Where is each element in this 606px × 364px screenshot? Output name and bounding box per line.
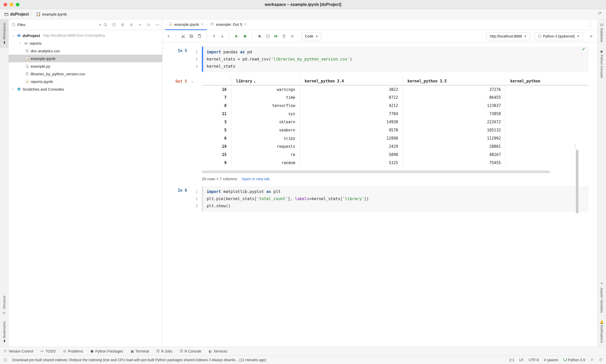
table-row[interactable]: 15re589848267 [202,151,589,159]
delete-cell-icon[interactable] [281,33,288,40]
settings-icon[interactable] [146,22,151,27]
table-row[interactable]: 11sys778473858 [202,110,589,118]
code-editor[interactable]: import pandas as pd kernel_stats = pd.re… [202,46,589,72]
collapse-output-icon[interactable]: ⌄ [191,77,198,181]
new-file-icon[interactable] [103,22,108,27]
table-row[interactable]: 16warnings382237276 [202,85,589,93]
paste-icon[interactable] [196,33,203,40]
cell-kp35: 86455 [403,93,506,102]
column-header-kp[interactable]: kernel_python [506,77,589,85]
dataframe-menu-icon[interactable]: ⋮ [573,143,577,148]
table-row[interactable]: 9random532575455 [202,159,589,167]
chevron-right-icon: › [12,87,15,91]
edit-in-new-window-icon[interactable] [597,11,602,17]
rail-database[interactable]: ⛁ Database [598,19,606,46]
interrupt-kernel-icon[interactable] [256,33,263,40]
tab-example-out5[interactable]: example: Out 5 × [207,19,250,30]
breadcrumb-project[interactable]: dsProject [10,12,29,17]
table-row[interactable]: 3sklearn14938222672 [202,118,589,126]
locate-icon[interactable] [120,22,125,27]
tree-file-example-py[interactable]: example.py [9,62,162,70]
jupyter-server-selector[interactable]: http://localhost:8888 ▼ [486,32,530,40]
table-row[interactable]: 6scipy12898112992 [202,134,589,142]
tree-folder-reports[interactable]: › reports [9,39,162,47]
open-in-new-tab-link[interactable]: Open in new tab [242,177,270,181]
tabs-more-icon[interactable]: ⋮ [586,22,595,28]
debug-cell-icon[interactable] [241,33,249,40]
vertical-scrollbar[interactable] [576,150,578,213]
breadcrumb-file[interactable]: example.ipynb [42,12,67,16]
indent-setting[interactable]: 4 spaces [544,358,558,362]
lock-icon[interactable] [590,358,594,362]
column-header-kp34[interactable]: kernel_python 3.4 [300,77,403,85]
cut-icon[interactable] [180,33,187,40]
tab-todo[interactable]: ≔TODO [40,349,56,353]
tab-version-control[interactable]: Version Control [4,349,33,353]
close-tab-icon[interactable]: × [201,22,203,27]
rail-jupyter-variables[interactable]: ≡ Jupyter Variables [598,279,606,316]
notebook-viewport[interactable]: ✔ In 5 123 import pandas as pd kernel_st… [162,42,597,347]
add-cell-icon[interactable] [165,33,172,40]
move-cell-up-icon[interactable] [211,33,218,40]
refresh-icon[interactable] [112,22,116,27]
rail-python-console[interactable]: ◉ Python Console [598,46,606,82]
expand-all-icon[interactable] [129,22,134,27]
file-encoding[interactable]: UTF-8 [529,358,539,362]
column-header-kp35[interactable]: kernel_python 3.5 [403,77,506,85]
tab-python-packages[interactable]: ⬢Python Packages [90,349,123,353]
tab-terminal[interactable]: ▣Terminal [130,349,149,353]
tree-file-libraries-csv[interactable]: libraries_by_python_version.csv [9,70,162,78]
kernel-selector[interactable]: Python 3 (ipykernel) ▼ [535,32,583,40]
code-editor[interactable]: import matplotlib.pyplot as plt plt.pie(… [202,186,589,212]
caret-position[interactable]: 2:1 [509,358,514,362]
warning-icon: ⊘ [63,349,66,353]
minimize-panel-icon[interactable]: — [155,22,160,27]
cell-kp35: 28801 [403,142,506,151]
collapse-all-icon[interactable] [138,22,142,27]
dataframe-table[interactable]: library kernel_python 3.4 kernel_python … [202,77,589,167]
tab-r-jobs[interactable]: ⓇR Jobs [156,349,172,353]
status-message[interactable]: Download pre-built shared indexes: Reduc… [12,358,504,362]
table-row[interactable]: 5seaborn9578105132 [202,126,589,134]
move-cell-down-icon[interactable] [219,33,226,40]
status-bar: Download pre-built shared indexes: Reduc… [0,355,606,364]
copy-icon[interactable] [188,33,195,40]
horizontal-scrollbar[interactable] [202,171,550,173]
cell-kp34: 4212 [300,102,403,110]
cell-type-selector[interactable]: Code ▼ [301,32,321,40]
cell-in-6[interactable]: In 6 123 import matplotlib.pyplot as plt… [170,186,589,212]
tab-services[interactable]: ◐Services [208,349,227,353]
memory-indicator-icon[interactable]: ⛈ [599,358,602,362]
svg-point-19 [170,24,172,26]
tree-root[interactable]: ⌄ dsProject http://localhost:8888 from /… [9,32,162,39]
column-header-library[interactable]: library [231,77,300,85]
table-row[interactable]: 8tensorflow4212123837 [202,102,589,110]
cell-kp34: 5325 [300,159,403,167]
rail-bookmarks[interactable]: ▮ Bookmarks [0,318,8,347]
tree-file-doc-analytics[interactable]: doc-analytics.csv [9,47,162,55]
rail-notifications[interactable]: 🔔 Notifications [598,316,606,347]
toolbar-overflow-icon[interactable]: » [588,33,595,40]
tab-r-console[interactable]: ⓇR Console [180,349,201,353]
table-row[interactable]: 7time872286455 [202,93,589,102]
tree-file-reports-ipynb[interactable]: reports.ipynb [9,78,162,85]
run-cell-icon[interactable]: I [233,33,240,40]
status-icon[interactable] [4,358,7,362]
folder-icon [24,41,28,45]
rail-structure[interactable]: ⠿ Structure [0,292,8,318]
restart-kernel-icon[interactable] [264,33,271,40]
cell-in-5[interactable]: In 5 123 import pandas as pd kernel_stat… [170,46,589,72]
line-separator[interactable]: LF [519,358,523,362]
project-view-selector[interactable]: Files [17,22,26,27]
tree-scratches[interactable]: › Scratches and Consoles [9,85,162,93]
clear-output-icon[interactable] [289,33,296,40]
tab-example-ipynb[interactable]: example.ipynb × [165,19,207,30]
dataframe-output[interactable]: library kernel_python 3.4 kernel_python … [202,77,589,181]
tab-problems[interactable]: ⊘Problems [63,349,83,353]
rail-workspace[interactable]: ▮ Workspace [0,19,8,48]
table-row[interactable]: 19requests242928801 [202,142,589,151]
run-all-icon[interactable] [272,33,279,40]
close-tab-icon[interactable]: × [244,22,247,27]
interpreter-widget[interactable]: Python 3.9 [563,358,585,362]
tree-file-example-ipynb[interactable]: example.ipynb [9,55,162,62]
